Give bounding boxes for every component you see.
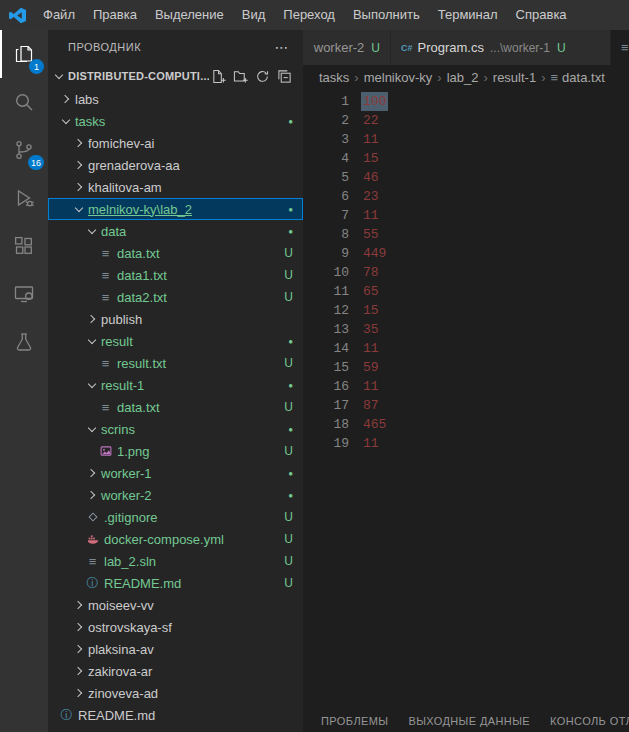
panel-tab-[interactable]: ВЫХОДНЫЕ ДАННЫЕ xyxy=(408,715,530,727)
tree-folder-result[interactable]: result● xyxy=(48,330,303,352)
tree-item-label: publish xyxy=(101,312,142,327)
tree-folder-ostrovskaya-sf[interactable]: ostrovskaya-sf xyxy=(48,616,303,638)
refresh-icon[interactable] xyxy=(253,67,272,86)
breadcrumb-data-txt[interactable]: ≡data.txt xyxy=(551,70,605,85)
tab-label: worker-2 xyxy=(314,40,365,55)
tree-file-docker-compose-yml[interactable]: docker-compose.ymlU xyxy=(48,528,303,550)
code-line-1: 1100 xyxy=(303,92,629,111)
activity-source-control-icon[interactable]: 16 xyxy=(0,126,48,174)
file-tree: labstasks●fomichev-aigrenaderova-aakhali… xyxy=(48,88,303,732)
menu-[interactable]: Вид xyxy=(233,0,275,30)
tree-item-label: data xyxy=(101,224,126,239)
tree-folder-scrins[interactable]: scrins● xyxy=(48,418,303,440)
chevron-down-icon xyxy=(84,340,100,343)
sidebar-header: ПРОВОДНИК ⋯ xyxy=(48,30,303,64)
menu-[interactable]: Выделение xyxy=(146,0,233,30)
activity-run-and-debug-icon[interactable] xyxy=(0,174,48,222)
tree-folder-worker-2[interactable]: worker-2● xyxy=(48,484,303,506)
tree-folder-khalitova-am[interactable]: khalitova-am xyxy=(48,176,303,198)
line-number: 9 xyxy=(303,244,349,263)
git-modified-dot: ● xyxy=(288,469,303,478)
panel-tab-[interactable]: КОНСОЛЬ ОТЛАДКИ xyxy=(550,715,629,727)
tree-file-result-txt[interactable]: ≡result.txtU xyxy=(48,352,303,374)
code-line-13: 1335 xyxy=(303,320,629,339)
chevron-down-icon xyxy=(84,384,100,387)
menu-[interactable]: Справка xyxy=(507,0,576,30)
tree-item-label: plaksina-av xyxy=(88,642,154,657)
chevron-right-icon xyxy=(84,316,100,322)
tree-folder-data[interactable]: data● xyxy=(48,220,303,242)
tree-file-data1-txt[interactable]: ≡data1.txtU xyxy=(48,264,303,286)
breadcrumb-melnikov-ky[interactable]: melnikov-ky xyxy=(364,70,433,85)
menu-[interactable]: Правка xyxy=(84,0,146,30)
activity-extensions-icon[interactable] xyxy=(0,222,48,270)
activity-remote-explorer-icon[interactable] xyxy=(0,270,48,318)
new-file-icon[interactable] xyxy=(209,67,228,86)
menu-[interactable]: Терминал xyxy=(429,0,507,30)
editor-tab-worker-2[interactable]: worker-2U xyxy=(303,30,391,65)
line-text: 11 xyxy=(363,377,379,396)
breadcrumb-result-1[interactable]: result-1 xyxy=(493,70,536,85)
workspace-section-header[interactable]: DISTRIBUTED-COMPUTI... xyxy=(48,64,303,88)
docker-file-icon xyxy=(84,533,101,545)
tree-folder-labs[interactable]: labs xyxy=(48,88,303,110)
chevron-right-icon xyxy=(71,646,87,652)
chevron-right-icon xyxy=(58,96,74,102)
txt-file-icon: ≡ xyxy=(84,554,101,569)
editor-tab-program-cs[interactable]: C#Program.cs...\worker-1U xyxy=(391,30,611,65)
collapse-all-icon[interactable] xyxy=(275,67,294,86)
line-number: 11 xyxy=(303,282,349,301)
tree-item-label: data.txt xyxy=(117,400,160,415)
tree-folder-result-1[interactable]: result-1● xyxy=(48,374,303,396)
chevron-right-icon xyxy=(84,470,100,476)
section-actions xyxy=(209,67,303,86)
tree-item-label: tasks xyxy=(75,114,105,129)
more-actions-icon[interactable]: ⋯ xyxy=(275,39,290,55)
line-text: 100 xyxy=(361,92,388,111)
line-text: 15 xyxy=(363,149,379,168)
code-area[interactable]: 1100222311415546623711855944910781165121… xyxy=(303,89,629,710)
activity-explorer-icon[interactable]: 1 xyxy=(0,30,48,78)
tree-folder-fomichev-ai[interactable]: fomichev-ai xyxy=(48,132,303,154)
tree-folder-zinoveva-ad[interactable]: zinoveva-ad xyxy=(48,682,303,704)
git-modified-dot: ● xyxy=(288,491,303,500)
breadcrumb-tasks[interactable]: tasks xyxy=(319,70,349,85)
tree-folder-melnikov-ky-lab-2[interactable]: melnikov-ky\lab_2● xyxy=(48,198,303,220)
tree-folder-publish[interactable]: publish xyxy=(48,308,303,330)
tree-file-data-txt[interactable]: ≡data.txtU xyxy=(48,396,303,418)
tree-file-readme-md[interactable]: ⓘREADME.md xyxy=(48,704,303,726)
image-file-icon xyxy=(97,445,114,457)
editor-tab-data-txt[interactable]: ≡data.txt xyxy=(611,30,629,65)
tree-folder-zakirova-ar[interactable]: zakirova-ar xyxy=(48,660,303,682)
tree-item-label: khalitova-am xyxy=(88,180,162,195)
tree-folder-grenaderova-aa[interactable]: grenaderova-aa xyxy=(48,154,303,176)
tree-folder-plaksina-av[interactable]: plaksina-av xyxy=(48,638,303,660)
source-control-badge: 16 xyxy=(28,155,44,170)
menu-[interactable]: Переход xyxy=(274,0,344,30)
tree-item-label: zakirova-ar xyxy=(88,664,152,679)
chevron-down-icon xyxy=(84,428,100,431)
breadcrumbs: tasks›melnikov-ky›lab_2›result-1›≡data.t… xyxy=(303,65,629,89)
editor-area: worker-2UC#Program.cs...\worker-1U≡data.… xyxy=(303,30,629,732)
tree-file-data-txt[interactable]: ≡data.txtU xyxy=(48,242,303,264)
code-line-7: 711 xyxy=(303,206,629,225)
tree-file-readme-md[interactable]: ⓘREADME.mdU xyxy=(48,572,303,594)
tree-file-gitignore[interactable]: .gitignoreU xyxy=(48,506,303,528)
panel-tab-[interactable]: ПРОБЛЕМЫ xyxy=(321,715,388,727)
menu-[interactable]: Файл xyxy=(34,0,84,30)
breadcrumb-separator-icon: › xyxy=(541,70,545,85)
new-folder-icon[interactable] xyxy=(231,67,250,86)
tree-folder-tasks[interactable]: tasks● xyxy=(48,110,303,132)
tree-file-lab-2-sln[interactable]: ≡lab_2.slnU xyxy=(48,550,303,572)
tree-item-label: worker-2 xyxy=(101,488,152,503)
line-number: 5 xyxy=(303,168,349,187)
line-text: 55 xyxy=(363,225,379,244)
activity-search-icon[interactable] xyxy=(0,78,48,126)
activity-testing-icon[interactable] xyxy=(0,318,48,366)
tree-file-1-png[interactable]: 1.pngU xyxy=(48,440,303,462)
menu-[interactable]: Выполнить xyxy=(344,0,429,30)
tree-folder-moiseev-vv[interactable]: moiseev-vv xyxy=(48,594,303,616)
tree-folder-worker-1[interactable]: worker-1● xyxy=(48,462,303,484)
tree-file-data2-txt[interactable]: ≡data2.txtU xyxy=(48,286,303,308)
breadcrumb-lab-2[interactable]: lab_2 xyxy=(447,70,479,85)
